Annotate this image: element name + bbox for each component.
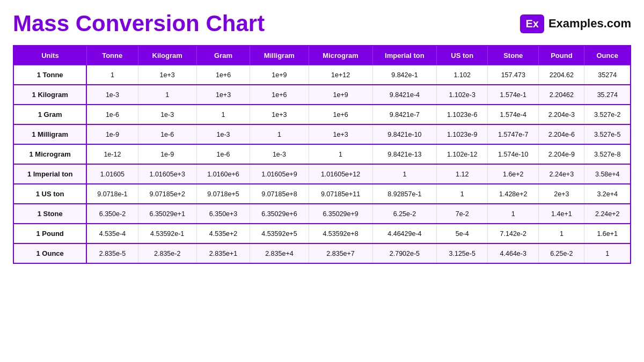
table-cell: 9.0718e+5 (196, 184, 250, 204)
table-cell: 1e+6 (309, 105, 372, 124)
table-cell: 1 (138, 85, 196, 105)
col-header-stone: Stone (488, 46, 539, 65)
table-cell: 9.07185e+8 (250, 184, 309, 204)
table-cell: 1 (250, 124, 309, 144)
table-cell: 1.01605 (86, 164, 138, 184)
table-cell: 7e-2 (437, 204, 488, 224)
col-header-milligram: Milligram (250, 46, 309, 65)
table-cell: 1 (372, 164, 437, 184)
table-cell: 3.527e-8 (584, 144, 631, 164)
table-cell: 3.58e+4 (584, 164, 631, 184)
row-unit-label: 1 Microgram (13, 144, 86, 164)
table-cell: 4.535e+2 (196, 224, 250, 243)
table-cell: 1 (584, 243, 631, 263)
col-header-microgram: Microgram (309, 46, 372, 65)
table-cell: 1.574e-4 (488, 105, 539, 124)
table-row: 1 US ton9.0718e-19.07185e+29.0718e+59.07… (13, 184, 631, 204)
table-cell: 8.92857e-1 (372, 184, 437, 204)
table-cell: 1 (539, 224, 584, 243)
table-row: 1 Ounce2.835e-52.835e-22.835e+12.835e+42… (13, 243, 631, 263)
page-header: Mass Conversion Chart Ex Examples.com (13, 11, 631, 36)
table-cell: 35.274 (584, 85, 631, 105)
table-row: 1 Pound4.535e-44.53592e-14.535e+24.53592… (13, 224, 631, 243)
row-unit-label: 1 Kilogram (13, 85, 86, 105)
table-cell: 1e-3 (250, 144, 309, 164)
table-row: 1 Gram1e-61e-311e+31e+69.8421e-71.1023e-… (13, 105, 631, 124)
table-cell: 3.527e-5 (584, 124, 631, 144)
table-cell: 2.204e-9 (539, 144, 584, 164)
table-cell: 1e+3 (309, 124, 372, 144)
table-cell: 1e-3 (138, 105, 196, 124)
table-cell: 1e+9 (250, 65, 309, 85)
table-cell: 35274 (584, 65, 631, 85)
table-cell: 1.102 (437, 65, 488, 85)
table-cell: 1e-9 (138, 144, 196, 164)
col-header-tonne: Tonne (86, 46, 138, 65)
row-unit-label: 1 US ton (13, 184, 86, 204)
table-cell: 1.1023e-6 (437, 105, 488, 124)
row-unit-label: 1 Imperial ton (13, 164, 86, 184)
table-cell: 2.835e-2 (138, 243, 196, 263)
page-title: Mass Conversion Chart (13, 11, 265, 36)
table-cell: 1.102e-3 (437, 85, 488, 105)
table-cell: 6.35029e+9 (309, 204, 372, 224)
table-cell: 1 (437, 184, 488, 204)
table-cell: 6.25e-2 (539, 243, 584, 263)
logo-area: Ex Examples.com (520, 14, 631, 33)
row-unit-label: 1 Pound (13, 224, 86, 243)
row-unit-label: 1 Milligram (13, 124, 86, 144)
table-row: 1 Microgram1e-121e-91e-61e-319.8421e-131… (13, 144, 631, 164)
table-cell: 3.527e-2 (584, 105, 631, 124)
table-cell: 4.464e-3 (488, 243, 539, 263)
table-cell: 1e-6 (138, 124, 196, 144)
table-cell: 1.428e+2 (488, 184, 539, 204)
logo-text: Examples.com (548, 17, 631, 31)
table-cell: 2.835e+7 (309, 243, 372, 263)
table-cell: 1.574e-1 (488, 85, 539, 105)
table-cell: 1.574e-10 (488, 144, 539, 164)
table-cell: 1e+3 (196, 85, 250, 105)
col-header-gram: Gram (196, 46, 250, 65)
table-cell: 1.6e+1 (584, 224, 631, 243)
table-cell: 4.53592e+5 (250, 224, 309, 243)
table-cell: 1 (86, 65, 138, 85)
table-cell: 6.35029e+1 (138, 204, 196, 224)
row-unit-label: 1 Stone (13, 204, 86, 224)
table-cell: 1e-3 (196, 124, 250, 144)
table-cell: 1e-6 (86, 105, 138, 124)
table-body: 1 Tonne11e+31e+61e+91e+129.842e-11.10215… (13, 65, 631, 264)
table-cell: 6.35029e+6 (250, 204, 309, 224)
table-cell: 9.0718e-1 (86, 184, 138, 204)
conversion-table: UnitsTonneKilogramGramMilligramMicrogram… (13, 45, 631, 264)
table-cell: 2.24e+2 (584, 204, 631, 224)
table-cell: 2.835e+4 (250, 243, 309, 263)
table-cell: 6.350e-2 (86, 204, 138, 224)
table-cell: 3.2e+4 (584, 184, 631, 204)
table-cell: 1 (488, 204, 539, 224)
table-cell: 157.473 (488, 65, 539, 85)
table-cell: 1e-9 (86, 124, 138, 144)
row-unit-label: 1 Tonne (13, 65, 86, 85)
table-cell: 4.53592e-1 (138, 224, 196, 243)
table-cell: 3.125e-5 (437, 243, 488, 263)
table-cell: 9.07185e+11 (309, 184, 372, 204)
row-unit-label: 1 Gram (13, 105, 86, 124)
col-header-imperial-ton: Imperial ton (372, 46, 437, 65)
table-cell: 1 (309, 144, 372, 164)
logo-box: Ex (520, 14, 544, 33)
table-cell: 6.25e-2 (372, 204, 437, 224)
table-row: 1 Stone6.350e-26.35029e+16.350e+36.35029… (13, 204, 631, 224)
table-row: 1 Milligram1e-91e-61e-311e+39.8421e-101.… (13, 124, 631, 144)
table-cell: 1e+3 (138, 65, 196, 85)
table-cell: 9.8421e-10 (372, 124, 437, 144)
table-cell: 1e-6 (196, 144, 250, 164)
table-cell: 1.4e+1 (539, 204, 584, 224)
table-cell: 1.1023e-9 (437, 124, 488, 144)
row-unit-label: 1 Ounce (13, 243, 86, 263)
table-cell: 2.835e+1 (196, 243, 250, 263)
table-cell: 1e+6 (250, 85, 309, 105)
table-cell: 6.350e+3 (196, 204, 250, 224)
table-cell: 1e-3 (86, 85, 138, 105)
table-cell: 4.46429e-4 (372, 224, 437, 243)
table-cell: 2.7902e-5 (372, 243, 437, 263)
